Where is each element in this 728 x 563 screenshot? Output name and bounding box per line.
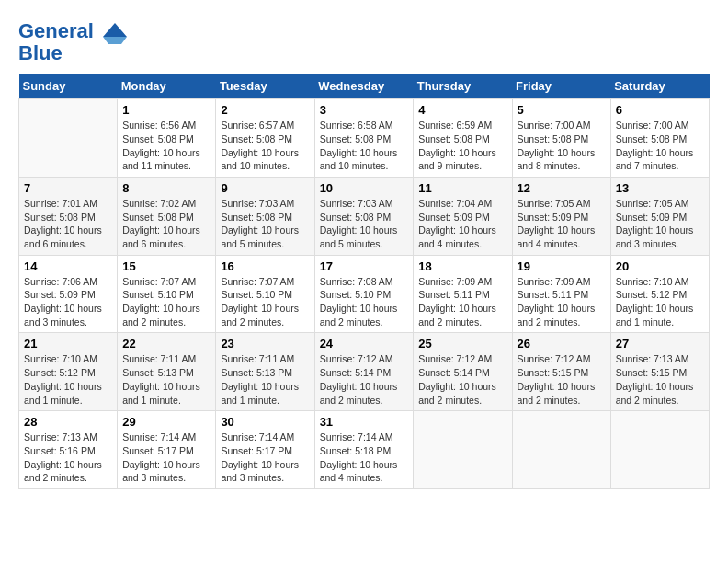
weekday-header-sunday: Sunday bbox=[19, 74, 118, 99]
day-info: Sunrise: 7:04 AM Sunset: 5:09 PM Dayligh… bbox=[418, 197, 506, 251]
day-number: 19 bbox=[518, 259, 606, 273]
day-info: Sunrise: 7:14 AM Sunset: 5:17 PM Dayligh… bbox=[221, 431, 309, 485]
day-info: Sunrise: 7:02 AM Sunset: 5:08 PM Dayligh… bbox=[122, 197, 210, 251]
calendar-cell: 19Sunrise: 7:09 AM Sunset: 5:11 PM Dayli… bbox=[512, 255, 610, 333]
day-info: Sunrise: 7:01 AM Sunset: 5:08 PM Dayligh… bbox=[24, 197, 112, 251]
calendar-cell: 1Sunrise: 6:56 AM Sunset: 5:08 PM Daylig… bbox=[118, 99, 216, 178]
calendar-cell: 20Sunrise: 7:10 AM Sunset: 5:12 PM Dayli… bbox=[610, 255, 709, 333]
calendar-cell: 23Sunrise: 7:11 AM Sunset: 5:13 PM Dayli… bbox=[216, 333, 314, 411]
day-info: Sunrise: 7:11 AM Sunset: 5:13 PM Dayligh… bbox=[122, 352, 210, 407]
calendar-cell: 13Sunrise: 7:05 AM Sunset: 5:09 PM Dayli… bbox=[610, 177, 709, 255]
day-info: Sunrise: 7:05 AM Sunset: 5:09 PM Dayligh… bbox=[518, 197, 606, 251]
day-info: Sunrise: 7:10 AM Sunset: 5:12 PM Dayligh… bbox=[24, 352, 112, 407]
calendar-table: SundayMondayTuesdayWednesdayThursdayFrid… bbox=[18, 74, 710, 489]
calendar-cell: 26Sunrise: 7:12 AM Sunset: 5:15 PM Dayli… bbox=[512, 333, 610, 411]
calendar-cell: 7Sunrise: 7:01 AM Sunset: 5:08 PM Daylig… bbox=[19, 177, 118, 255]
day-number: 20 bbox=[616, 259, 704, 273]
day-info: Sunrise: 7:09 AM Sunset: 5:11 PM Dayligh… bbox=[518, 275, 606, 329]
day-number: 1 bbox=[122, 103, 210, 117]
day-info: Sunrise: 6:56 AM Sunset: 5:08 PM Dayligh… bbox=[122, 119, 210, 173]
weekday-header-row: SundayMondayTuesdayWednesdayThursdayFrid… bbox=[19, 74, 710, 99]
day-number: 9 bbox=[221, 181, 309, 195]
day-info: Sunrise: 7:13 AM Sunset: 5:16 PM Dayligh… bbox=[24, 431, 112, 485]
day-number: 25 bbox=[418, 337, 506, 350]
calendar-body: 1Sunrise: 6:56 AM Sunset: 5:08 PM Daylig… bbox=[19, 99, 710, 489]
weekday-header-monday: Monday bbox=[118, 74, 216, 99]
day-info: Sunrise: 7:00 AM Sunset: 5:08 PM Dayligh… bbox=[518, 119, 606, 173]
day-info: Sunrise: 7:10 AM Sunset: 5:12 PM Dayligh… bbox=[616, 275, 704, 329]
day-number: 17 bbox=[320, 259, 409, 273]
day-info: Sunrise: 7:05 AM Sunset: 5:09 PM Dayligh… bbox=[616, 197, 704, 251]
day-info: Sunrise: 7:03 AM Sunset: 5:08 PM Dayligh… bbox=[320, 197, 409, 251]
calendar-cell: 8Sunrise: 7:02 AM Sunset: 5:08 PM Daylig… bbox=[118, 177, 216, 255]
calendar-cell: 17Sunrise: 7:08 AM Sunset: 5:10 PM Dayli… bbox=[314, 255, 414, 333]
day-number: 30 bbox=[221, 415, 309, 429]
calendar-cell bbox=[512, 411, 610, 489]
day-number: 10 bbox=[320, 181, 409, 195]
day-number: 6 bbox=[616, 103, 704, 117]
logo-general: General bbox=[18, 19, 94, 42]
day-number: 8 bbox=[122, 181, 210, 195]
calendar-cell: 29Sunrise: 7:14 AM Sunset: 5:17 PM Dayli… bbox=[118, 411, 216, 489]
day-info: Sunrise: 6:58 AM Sunset: 5:08 PM Dayligh… bbox=[320, 119, 409, 173]
day-number: 12 bbox=[518, 181, 606, 195]
calendar-cell: 4Sunrise: 6:59 AM Sunset: 5:08 PM Daylig… bbox=[414, 99, 512, 178]
calendar-cell: 25Sunrise: 7:12 AM Sunset: 5:14 PM Dayli… bbox=[414, 333, 512, 411]
day-number: 13 bbox=[616, 181, 704, 195]
calendar-header: SundayMondayTuesdayWednesdayThursdayFrid… bbox=[19, 74, 710, 99]
calendar-cell: 15Sunrise: 7:07 AM Sunset: 5:10 PM Dayli… bbox=[118, 255, 216, 333]
day-number: 3 bbox=[320, 103, 409, 117]
calendar-cell: 6Sunrise: 7:00 AM Sunset: 5:08 PM Daylig… bbox=[610, 99, 709, 178]
week-row-3: 14Sunrise: 7:06 AM Sunset: 5:09 PM Dayli… bbox=[19, 255, 710, 333]
day-info: Sunrise: 6:59 AM Sunset: 5:08 PM Dayligh… bbox=[418, 119, 506, 173]
calendar-cell: 30Sunrise: 7:14 AM Sunset: 5:17 PM Dayli… bbox=[216, 411, 314, 489]
calendar-cell: 9Sunrise: 7:03 AM Sunset: 5:08 PM Daylig… bbox=[216, 177, 314, 255]
day-info: Sunrise: 7:12 AM Sunset: 5:15 PM Dayligh… bbox=[518, 352, 606, 407]
day-info: Sunrise: 7:09 AM Sunset: 5:11 PM Dayligh… bbox=[418, 275, 506, 329]
calendar-cell: 22Sunrise: 7:11 AM Sunset: 5:13 PM Dayli… bbox=[118, 333, 216, 411]
week-row-4: 21Sunrise: 7:10 AM Sunset: 5:12 PM Dayli… bbox=[19, 333, 710, 411]
day-number: 26 bbox=[518, 337, 606, 350]
weekday-header-tuesday: Tuesday bbox=[216, 74, 314, 99]
day-number: 11 bbox=[418, 181, 506, 195]
day-info: Sunrise: 7:11 AM Sunset: 5:13 PM Dayligh… bbox=[221, 352, 309, 407]
day-number: 27 bbox=[616, 337, 704, 350]
calendar-cell: 16Sunrise: 7:07 AM Sunset: 5:10 PM Dayli… bbox=[216, 255, 314, 333]
calendar-cell: 18Sunrise: 7:09 AM Sunset: 5:11 PM Dayli… bbox=[414, 255, 512, 333]
day-number: 21 bbox=[24, 337, 112, 350]
weekday-header-wednesday: Wednesday bbox=[314, 74, 414, 99]
calendar-cell: 28Sunrise: 7:13 AM Sunset: 5:16 PM Dayli… bbox=[19, 411, 118, 489]
week-row-2: 7Sunrise: 7:01 AM Sunset: 5:08 PM Daylig… bbox=[19, 177, 710, 255]
day-number: 7 bbox=[24, 181, 112, 195]
day-info: Sunrise: 7:13 AM Sunset: 5:15 PM Dayligh… bbox=[616, 352, 704, 407]
calendar-cell bbox=[610, 411, 709, 489]
week-row-1: 1Sunrise: 6:56 AM Sunset: 5:08 PM Daylig… bbox=[19, 99, 710, 178]
day-number: 31 bbox=[320, 415, 409, 429]
day-number: 15 bbox=[122, 259, 210, 273]
day-info: Sunrise: 7:12 AM Sunset: 5:14 PM Dayligh… bbox=[320, 352, 409, 407]
day-info: Sunrise: 7:06 AM Sunset: 5:09 PM Dayligh… bbox=[24, 275, 112, 329]
logo: General Blue bbox=[18, 18, 129, 64]
weekday-header-friday: Friday bbox=[512, 74, 610, 99]
day-number: 28 bbox=[24, 415, 112, 429]
calendar-cell: 3Sunrise: 6:58 AM Sunset: 5:08 PM Daylig… bbox=[314, 99, 414, 178]
calendar-cell: 14Sunrise: 7:06 AM Sunset: 5:09 PM Dayli… bbox=[19, 255, 118, 333]
calendar-cell: 31Sunrise: 7:14 AM Sunset: 5:18 PM Dayli… bbox=[314, 411, 414, 489]
day-info: Sunrise: 7:03 AM Sunset: 5:08 PM Dayligh… bbox=[221, 197, 309, 251]
day-info: Sunrise: 6:57 AM Sunset: 5:08 PM Dayligh… bbox=[221, 119, 309, 173]
day-number: 5 bbox=[518, 103, 606, 117]
day-number: 2 bbox=[221, 103, 309, 117]
weekday-header-saturday: Saturday bbox=[610, 74, 709, 99]
day-number: 23 bbox=[221, 337, 309, 350]
calendar-cell: 12Sunrise: 7:05 AM Sunset: 5:09 PM Dayli… bbox=[512, 177, 610, 255]
day-number: 14 bbox=[24, 259, 112, 273]
weekday-header-thursday: Thursday bbox=[414, 74, 512, 99]
day-info: Sunrise: 7:14 AM Sunset: 5:18 PM Dayligh… bbox=[320, 431, 409, 485]
day-info: Sunrise: 7:07 AM Sunset: 5:10 PM Dayligh… bbox=[122, 275, 210, 329]
calendar-cell: 2Sunrise: 6:57 AM Sunset: 5:08 PM Daylig… bbox=[216, 99, 314, 178]
calendar-cell: 21Sunrise: 7:10 AM Sunset: 5:12 PM Dayli… bbox=[19, 333, 118, 411]
calendar-cell bbox=[19, 99, 118, 178]
day-info: Sunrise: 7:00 AM Sunset: 5:08 PM Dayligh… bbox=[616, 119, 704, 173]
day-number: 4 bbox=[418, 103, 506, 117]
svg-marker-0 bbox=[103, 23, 127, 37]
